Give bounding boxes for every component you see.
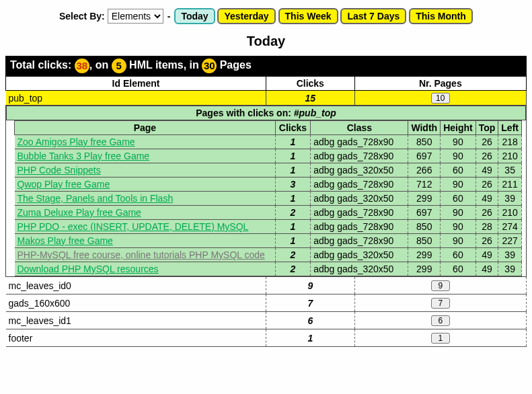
page-title: Today — [5, 34, 527, 49]
element-id-cell: footer — [6, 329, 266, 347]
col-clicks: Clicks — [266, 77, 355, 91]
page-width-cell: 299 — [408, 248, 441, 262]
page-class-cell: adbg gads_728x90 — [311, 220, 408, 234]
page-class-cell: adbg gads_320x50 — [311, 192, 408, 206]
page-width-cell: 697 — [408, 149, 441, 163]
page-top-cell: 26 — [476, 149, 498, 163]
page-row: Qwop Play free Game3adbg gads_728x907129… — [15, 178, 522, 192]
page-width-cell: 299 — [408, 192, 441, 206]
elements-table: Id Element Clicks Nr. Pages pub_top 15 1… — [5, 76, 527, 347]
element-row[interactable]: mc_leaves_id166 — [6, 312, 527, 329]
page-row: PHP PDO - exec (INSERT, UPDATE, DELETE) … — [15, 220, 522, 234]
page-row: The Stage, Panels and Tools in Flash1adb… — [15, 192, 522, 206]
page-height-cell: 90 — [441, 220, 476, 234]
page-link[interactable]: PHP-MySQL free course, online tutorials … — [17, 249, 265, 260]
page-link[interactable]: The Stage, Panels and Tools in Flash — [17, 193, 174, 204]
page-link[interactable]: PHP Code Snippets — [17, 165, 101, 175]
page-link-cell: PHP Code Snippets — [15, 163, 276, 178]
page-row: Zoo Amigos Play free Game1adbg gads_728x… — [15, 135, 522, 149]
page-height-cell: 60 — [441, 248, 476, 262]
page-class-cell: adbg gads_728x90 — [311, 206, 408, 220]
page-width-cell: 266 — [408, 163, 441, 178]
page-width-cell: 712 — [408, 178, 441, 192]
tab-this-week[interactable]: This Week — [278, 8, 338, 24]
page-link[interactable]: Bubble Tanks 3 Play free Game — [17, 151, 150, 161]
page-width-cell: 850 — [408, 234, 441, 248]
page-class-cell: adbg gads_320x50 — [311, 262, 408, 276]
select-by-dropdown[interactable]: Elements — [108, 9, 163, 24]
tab-yesterday[interactable]: Yesterday — [217, 8, 275, 24]
page-link-cell: Qwop Play free Game — [15, 178, 276, 192]
page-left-cell: 39 — [498, 262, 522, 276]
pages-detail-table: Page Clicks Class Width Height Top Left … — [14, 120, 522, 276]
tab-this-month[interactable]: This Month — [409, 8, 473, 24]
page-left-cell: 227 — [498, 234, 522, 248]
page-height-cell: 90 — [441, 206, 476, 220]
page-link[interactable]: Makos Play free Game — [17, 235, 113, 246]
page-left-cell: 35 — [498, 163, 522, 178]
col-left: Left — [498, 121, 522, 135]
element-row[interactable]: gads_160x60077 — [6, 294, 527, 312]
page-row: PHP Code Snippets1adbg gads_320x50266604… — [15, 163, 522, 178]
page-height-cell: 60 — [441, 192, 476, 206]
page-row: Bubble Tanks 3 Play free Game1adbg gads_… — [15, 149, 522, 163]
page-height-cell: 90 — [441, 178, 476, 192]
stat-pages: 30 — [202, 58, 217, 73]
page-top-cell: 26 — [476, 234, 498, 248]
page-clicks-cell: 1 — [275, 163, 311, 178]
element-nrpages-cell: 7 — [354, 294, 526, 312]
page-left-cell: 210 — [498, 149, 522, 163]
selected-element-row[interactable]: pub_top 15 10 — [6, 91, 527, 106]
page-width-cell: 697 — [408, 206, 441, 220]
element-id-cell: gads_160x600 — [6, 294, 266, 312]
page-link[interactable]: Download PHP MySQL resources — [17, 264, 159, 274]
nrpages-button[interactable]: 1 — [431, 333, 450, 344]
tab-today[interactable]: Today — [174, 8, 215, 24]
page-link-cell: Zoo Amigos Play free Game — [15, 135, 276, 149]
page-width-cell: 299 — [408, 262, 441, 276]
col-top: Top — [476, 121, 498, 135]
page-link[interactable]: PHP PDO - exec (INSERT, UPDATE, DELETE) … — [17, 221, 249, 232]
col-height: Height — [441, 121, 476, 135]
page-link[interactable]: Qwop Play free Game — [17, 179, 110, 190]
page-width-cell: 850 — [408, 220, 441, 234]
nrpages-button[interactable]: 10 — [431, 93, 450, 104]
page-top-cell: 26 — [476, 135, 498, 149]
page-class-cell: adbg gads_728x90 — [311, 149, 408, 163]
nrpages-button[interactable]: 9 — [431, 280, 450, 291]
page-left-cell: 39 — [498, 248, 522, 262]
page-link-cell: Download PHP MySQL resources — [15, 262, 276, 276]
element-row[interactable]: mc_leaves_id099 — [6, 277, 527, 294]
element-id-cell: mc_leaves_id1 — [6, 312, 266, 329]
page-link[interactable]: Zuma Deluxe Play free Game — [17, 207, 141, 218]
page-link[interactable]: Zoo Amigos Play free Game — [17, 136, 135, 147]
stat-clicks: 38 — [75, 58, 89, 73]
page-row: Zuma Deluxe Play free Game2adbg gads_728… — [15, 206, 522, 220]
separator-dash: - — [167, 11, 171, 22]
col-class: Class — [311, 121, 408, 135]
page-left-cell: 210 — [498, 206, 522, 220]
nrpages-button[interactable]: 6 — [431, 315, 450, 326]
page-left-cell: 39 — [498, 192, 522, 206]
element-clicks-cell: 15 — [266, 91, 355, 106]
tab-last-7-days[interactable]: Last 7 Days — [340, 8, 406, 24]
element-id-cell: mc_leaves_id0 — [6, 277, 266, 294]
page-height-cell: 90 — [441, 135, 476, 149]
element-nrpages-cell: 10 — [354, 91, 526, 106]
element-id-cell: pub_top — [6, 91, 266, 106]
col-nr-pages: Nr. Pages — [354, 77, 526, 91]
page-left-cell: 218 — [498, 135, 522, 149]
page-class-cell: adbg gads_728x90 — [311, 234, 408, 248]
page-top-cell: 28 — [476, 220, 498, 234]
element-row[interactable]: footer11 — [6, 329, 527, 347]
element-nrpages-cell: 9 — [354, 277, 526, 294]
page-clicks-cell: 1 — [275, 149, 311, 163]
col-id-element: Id Element — [6, 77, 266, 91]
page-height-cell: 60 — [441, 163, 476, 178]
page-class-cell: adbg gads_320x50 — [311, 163, 408, 178]
page-clicks-cell: 1 — [275, 220, 311, 234]
page-height-cell: 90 — [441, 149, 476, 163]
page-top-cell: 49 — [476, 262, 498, 276]
page-clicks-cell: 1 — [275, 234, 311, 248]
nrpages-button[interactable]: 7 — [431, 298, 450, 309]
